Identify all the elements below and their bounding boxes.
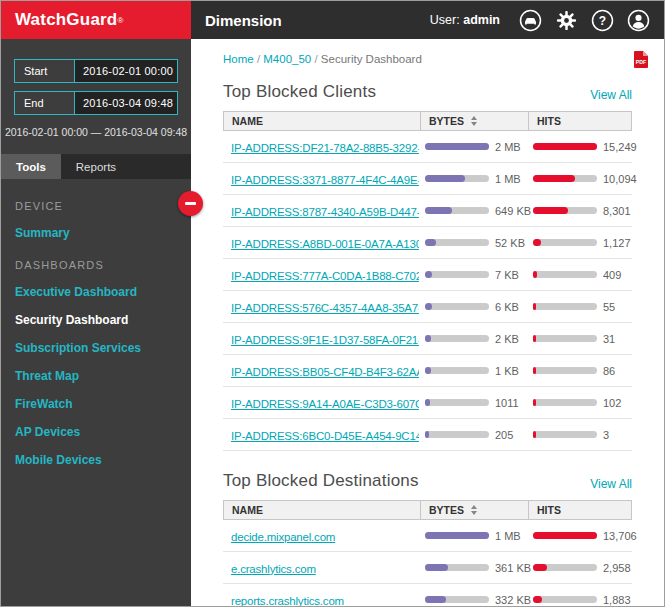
bytes-value: 6 KB xyxy=(495,301,519,313)
breadcrumb-separator: / xyxy=(311,53,321,65)
hits-bar-fill xyxy=(533,303,536,310)
table-header-row: NAMEBYTESHITS xyxy=(223,500,632,520)
bytes-cell: 52 KB xyxy=(419,237,527,249)
column-header-label: NAME xyxy=(232,504,263,516)
sidebar-item-mobile-devices[interactable]: Mobile Devices xyxy=(15,453,191,467)
nav-section-label-device: DEVICE xyxy=(15,200,191,212)
row-name-link[interactable]: IP-ADDRESS:9A14-A0AE-C3D3-607C-F10... xyxy=(231,398,419,410)
sidebar-item-firewatch[interactable]: FireWatch xyxy=(15,397,191,411)
name-cell: IP-ADDRESS:6BC0-D45E-A454-9C14-201... xyxy=(223,426,419,444)
row-name-link[interactable]: IP-ADDRESS:3371-8877-4F4C-4A9E-C32... xyxy=(231,174,419,186)
hits-cell: 8,301 xyxy=(527,205,633,217)
hits-bar-track xyxy=(533,564,597,571)
name-cell: IP-ADDRESS:576C-4357-4AA8-35A7-9C8... xyxy=(223,298,419,316)
bytes-bar-fill xyxy=(425,271,432,278)
sidebar-item-executive-dashboard[interactable]: Executive Dashboard xyxy=(15,285,191,299)
bytes-value: 205 xyxy=(495,429,513,441)
hits-bar-fill xyxy=(533,431,536,438)
table-row: reports.crashlytics.com332 KB1,883 xyxy=(223,584,632,606)
section-title: Top Blocked Destinations xyxy=(223,471,419,491)
hits-bar-track xyxy=(533,335,597,342)
row-name-link[interactable]: IP-ADDRESS:DF21-78A2-88B5-3292-71A... xyxy=(231,142,419,154)
column-header-hits[interactable]: HITS xyxy=(528,112,634,130)
hits-bar-fill xyxy=(533,399,536,406)
column-header-label: HITS xyxy=(537,115,561,127)
table-section-top-blocked-clients: Top Blocked ClientsView AllNAMEBYTESHITS… xyxy=(223,82,632,451)
name-cell: IP-ADDRESS:8787-4340-A59B-D447-B4A... xyxy=(223,202,419,220)
help-icon[interactable]: ? xyxy=(591,9,614,32)
tables-area: Top Blocked ClientsView AllNAMEBYTESHITS… xyxy=(223,82,632,606)
tab-reports[interactable]: Reports xyxy=(61,154,131,179)
table-row: IP-ADDRESS:3371-8877-4F4C-4A9E-C32...1 M… xyxy=(223,163,632,195)
bytes-bar-track xyxy=(425,431,489,438)
hits-value: 1,883 xyxy=(603,594,631,606)
name-cell: IP-ADDRESS:DF21-78A2-88B5-3292-71A... xyxy=(223,138,419,156)
sidebar-item-summary[interactable]: Summary xyxy=(15,226,191,240)
user-icon[interactable] xyxy=(627,9,650,32)
tab-tools[interactable]: Tools xyxy=(1,154,61,179)
table-row: decide.mixpanel.com1 MB13,706 xyxy=(223,520,632,552)
hits-value: 8,301 xyxy=(603,205,631,217)
column-header-name[interactable]: NAME xyxy=(224,501,420,519)
hits-value: 10,094 xyxy=(603,173,637,185)
hits-bar-track xyxy=(533,175,597,182)
gear-icon[interactable] xyxy=(555,9,578,32)
view-all-link[interactable]: View All xyxy=(590,477,632,491)
breadcrumb-item-home[interactable]: Home xyxy=(223,53,254,65)
bytes-cell: 1011 xyxy=(419,397,527,409)
hits-bar-track xyxy=(533,303,597,310)
name-cell: reports.crashlytics.com xyxy=(223,591,419,607)
hits-bar-fill xyxy=(533,207,568,214)
pdf-export-icon[interactable]: PDF xyxy=(634,51,648,72)
bytes-bar-track xyxy=(425,303,489,310)
car-icon[interactable] xyxy=(519,9,542,32)
sort-icon[interactable] xyxy=(471,116,477,126)
user-text: User: admin xyxy=(430,13,500,27)
start-date-input[interactable]: 2016-02-01 00:00 xyxy=(74,60,177,82)
hits-cell: 3 xyxy=(527,429,633,441)
column-header-name[interactable]: NAME xyxy=(224,112,420,130)
sort-icon[interactable] xyxy=(471,505,477,515)
breadcrumb-item-m400-50[interactable]: M400_50 xyxy=(263,53,311,65)
hits-cell: 10,094 xyxy=(527,173,633,185)
row-name-link[interactable]: IP-ADDRESS:777A-C0DA-1B88-C702-774... xyxy=(231,270,419,282)
bytes-bar-track xyxy=(425,532,489,539)
hits-cell: 102 xyxy=(527,397,633,409)
bytes-cell: 1 MB xyxy=(419,173,527,185)
bytes-value: 1 KB xyxy=(495,365,519,377)
sidebar-item-ap-devices[interactable]: AP Devices xyxy=(15,425,191,439)
sidebar-item-security-dashboard[interactable]: Security Dashboard xyxy=(15,313,191,327)
bytes-bar-track xyxy=(425,399,489,406)
row-name-link[interactable]: decide.mixpanel.com xyxy=(231,531,335,543)
view-all-link[interactable]: View All xyxy=(590,88,632,102)
column-header-bytes[interactable]: BYTES xyxy=(420,112,528,130)
table-row: IP-ADDRESS:9A14-A0AE-C3D3-607C-F10...101… xyxy=(223,387,632,419)
bytes-bar-fill xyxy=(425,207,452,214)
end-date-input[interactable]: 2016-03-04 09:48 xyxy=(74,92,177,114)
table-row: IP-ADDRESS:8787-4340-A59B-D447-B4A...649… xyxy=(223,195,632,227)
row-name-link[interactable]: IP-ADDRESS:8787-4340-A59B-D447-B4A... xyxy=(231,206,419,218)
row-name-link[interactable]: IP-ADDRESS:9F1E-1D37-58FA-0F21-C5B... xyxy=(231,334,419,346)
breadcrumb-item-security-dashboard: Security Dashboard xyxy=(321,53,422,65)
sidebar-item-subscription-services[interactable]: Subscription Services xyxy=(15,341,191,355)
topbar: WatchGuard® Dimension User: admin xyxy=(1,1,664,39)
sidebar-item-threat-map[interactable]: Threat Map xyxy=(15,369,191,383)
bytes-bar-track xyxy=(425,596,489,603)
row-name-link[interactable]: IP-ADDRESS:BB05-CF4D-B4F3-62AA-CE1... xyxy=(231,366,419,378)
name-cell: IP-ADDRESS:777A-C0DA-1B88-C702-774... xyxy=(223,266,419,284)
row-name-link[interactable]: IP-ADDRESS:6BC0-D45E-A454-9C14-201... xyxy=(231,430,419,442)
bytes-bar-track xyxy=(425,564,489,571)
bytes-cell: 2 KB xyxy=(419,333,527,345)
column-header-bytes[interactable]: BYTES xyxy=(420,501,528,519)
row-name-link[interactable]: e.crashlytics.com xyxy=(231,563,316,575)
bytes-bar-fill xyxy=(425,532,489,539)
name-cell: e.crashlytics.com xyxy=(223,559,419,577)
sidebar-collapse-button[interactable] xyxy=(178,191,203,216)
row-name-link[interactable]: IP-ADDRESS:576C-4357-4AA8-35A7-9C8... xyxy=(231,302,419,314)
table-row: IP-ADDRESS:576C-4357-4AA8-35A7-9C8...6 K… xyxy=(223,291,632,323)
row-name-link[interactable]: IP-ADDRESS:A8BD-001E-0A7A-A130-4A3... xyxy=(231,238,419,250)
topbar-actions: User: admin xyxy=(430,9,650,32)
column-header-hits[interactable]: HITS xyxy=(528,501,634,519)
user-label: User: xyxy=(430,13,460,27)
row-name-link[interactable]: reports.crashlytics.com xyxy=(231,595,344,607)
